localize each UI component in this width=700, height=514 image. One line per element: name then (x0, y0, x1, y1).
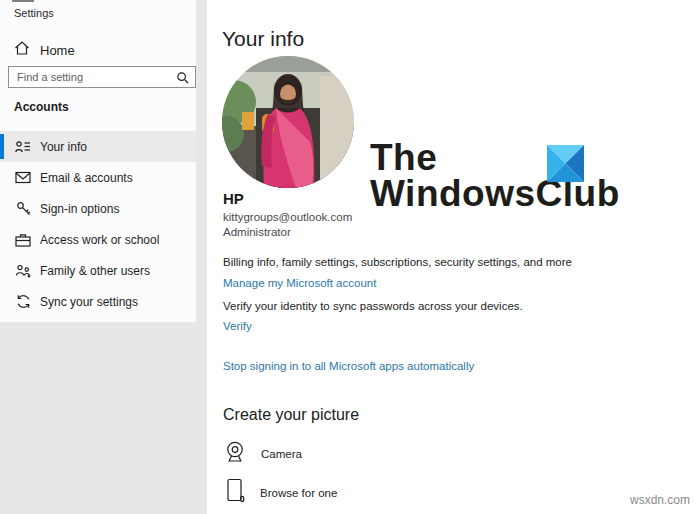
account-email: kittygroups@outlook.com (223, 211, 352, 223)
key-icon (15, 201, 31, 216)
create-picture-heading: Create your picture (223, 406, 359, 424)
home-icon (14, 40, 30, 60)
logo-text-line2: WindowsClub (370, 176, 660, 212)
billing-info-text: Billing info, family settings, subscript… (223, 256, 572, 268)
sidebar: Settings Home Accounts Your info (0, 0, 196, 322)
sidebar-item-label: Your info (40, 140, 87, 154)
sync-icon (15, 294, 31, 309)
sidebar-item-label: Email & accounts (40, 171, 133, 185)
verify-identity-text: Verify your identity to sync passwords a… (223, 300, 523, 312)
sidebar-item-label: Home (40, 43, 75, 58)
menu-crop-mark (12, 0, 34, 2)
browse-label: Browse for one (260, 487, 337, 499)
thewindowsclub-logo: The WindowsClub (370, 140, 660, 212)
sidebar-item-your-info[interactable]: Your info (0, 131, 196, 162)
sidebar-item-sign-in-options[interactable]: Sign-in options (0, 193, 196, 224)
avatar (222, 56, 354, 188)
page-title: Your info (222, 27, 304, 51)
email-icon (15, 171, 31, 184)
watermark-text: wsxdn.com (630, 493, 690, 507)
verify-link[interactable]: Verify (223, 320, 252, 332)
sidebar-item-label: Access work or school (40, 233, 159, 247)
sidebar-item-label: Sync your settings (40, 295, 138, 309)
family-icon (15, 264, 31, 278)
manage-account-link[interactable]: Manage my Microsoft account (223, 277, 376, 289)
windowsclub-square-icon (547, 145, 584, 186)
browse-button[interactable]: Browse for one (226, 478, 337, 508)
settings-window: Settings Home Accounts Your info (0, 0, 700, 514)
sidebar-item-access-work-school[interactable]: Access work or school (0, 224, 196, 255)
account-role: Administrator (223, 226, 291, 238)
sidebar-item-label: Sign-in options (40, 202, 119, 216)
browse-file-icon (226, 478, 246, 508)
section-heading: Accounts (14, 100, 69, 114)
stop-signing-in-link[interactable]: Stop signing in to all Microsoft apps au… (223, 360, 474, 372)
sidebar-item-sync-your-settings[interactable]: Sync your settings (0, 286, 196, 317)
account-name: HP (223, 190, 244, 207)
camera-icon (223, 440, 247, 468)
search-input[interactable] (9, 71, 176, 83)
sidebar-item-family-other-users[interactable]: Family & other users (0, 255, 196, 286)
search-box[interactable] (8, 66, 196, 88)
contact-info-icon (15, 140, 31, 154)
app-title: Settings (14, 7, 54, 19)
camera-button[interactable]: Camera (223, 440, 302, 468)
logo-text-line1: The (370, 140, 660, 176)
sidebar-item-label: Family & other users (40, 264, 150, 278)
sidebar-item-home[interactable]: Home (0, 36, 196, 64)
sidebar-nav: Your info Email & accounts Sign-in optio… (0, 131, 196, 317)
camera-label: Camera (261, 448, 302, 460)
main-content: Your info HP kittygroups@outloo (207, 0, 700, 514)
sidebar-item-email-accounts[interactable]: Email & accounts (0, 162, 196, 193)
briefcase-icon (15, 233, 31, 247)
search-icon[interactable] (176, 71, 189, 84)
